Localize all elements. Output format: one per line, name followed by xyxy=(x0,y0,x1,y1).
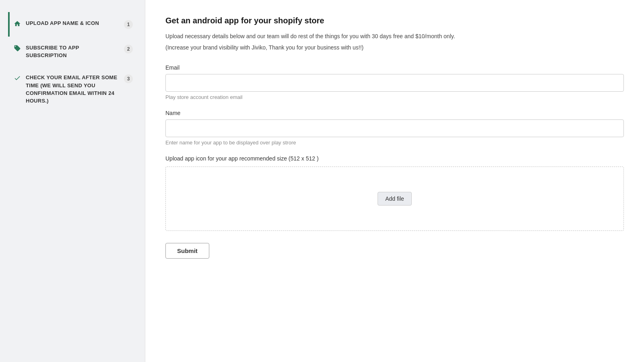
sidebar-item-upload-app-badge: 1 xyxy=(124,20,133,29)
sidebar-item-subscribe-content: SUBSCRIBE TO APP SUBSCRIPTION xyxy=(26,44,119,59)
add-file-button[interactable]: Add file xyxy=(378,192,412,206)
name-input[interactable] xyxy=(165,119,624,137)
name-hint: Enter name for your app to be displayed … xyxy=(165,140,624,146)
submit-button[interactable]: Submit xyxy=(165,243,209,259)
sidebar-item-subscribe[interactable]: SUBSCRIBE TO APP SUBSCRIPTION 2 xyxy=(8,37,137,66)
email-input[interactable] xyxy=(165,74,624,92)
name-label: Name xyxy=(165,110,624,116)
main-content: Get an android app for your shopify stor… xyxy=(145,0,644,362)
page-title: Get an android app for your shopify stor… xyxy=(165,16,624,25)
page-description-sub: (Increase your brand visibility with Jiv… xyxy=(165,43,624,52)
upload-label: Upload app icon for your app recommended… xyxy=(165,155,624,162)
upload-dropzone[interactable]: Add file xyxy=(165,167,624,231)
sidebar-item-check-email-content: CHECK YOUR EMAIL AFTER SOME TIME (WE WIL… xyxy=(26,74,119,105)
sidebar-item-upload-app[interactable]: UPLOAD APP NAME & ICON 1 xyxy=(8,12,137,37)
upload-group: Upload app icon for your app recommended… xyxy=(165,155,624,231)
sidebar-item-upload-app-content: UPLOAD APP NAME & ICON xyxy=(26,19,119,27)
check-icon xyxy=(14,74,21,84)
email-group: Email Play store account creation email xyxy=(165,64,624,100)
tag-icon xyxy=(14,45,21,54)
sidebar-item-check-email-badge: 3 xyxy=(124,74,133,83)
sidebar-item-upload-app-label: UPLOAD APP NAME & ICON xyxy=(26,20,99,26)
email-hint: Play store account creation email xyxy=(165,94,624,100)
home-icon xyxy=(14,20,21,29)
page-description: Upload necessary details below and our t… xyxy=(165,32,624,41)
sidebar-item-check-email-label: CHECK YOUR EMAIL AFTER SOME TIME (WE WIL… xyxy=(26,74,117,104)
sidebar: UPLOAD APP NAME & ICON 1 SUBSCRIBE TO AP… xyxy=(0,0,145,362)
sidebar-item-subscribe-label: SUBSCRIBE TO APP SUBSCRIPTION xyxy=(26,45,79,58)
sidebar-item-check-email[interactable]: CHECK YOUR EMAIL AFTER SOME TIME (WE WIL… xyxy=(8,66,137,112)
sidebar-item-subscribe-badge: 2 xyxy=(124,45,133,53)
email-label: Email xyxy=(165,64,624,71)
name-group: Name Enter name for your app to be displ… xyxy=(165,110,624,146)
